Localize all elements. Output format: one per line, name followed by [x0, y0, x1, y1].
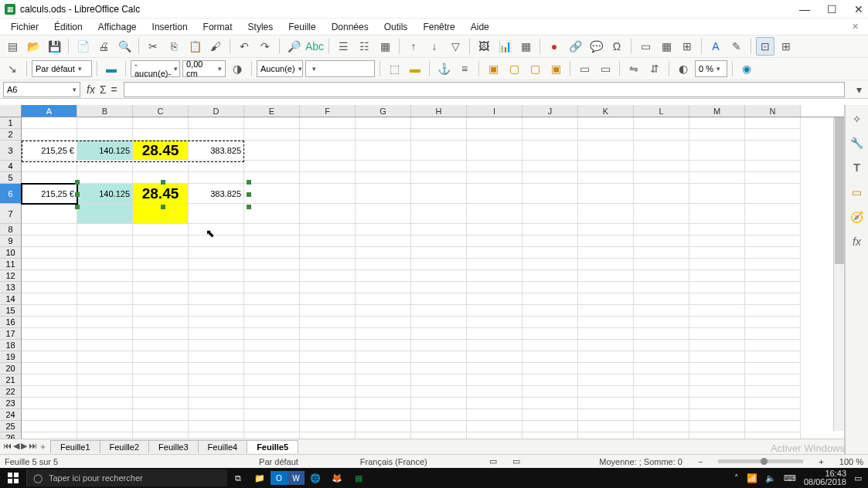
- cell-I3[interactable]: [467, 141, 523, 161]
- cell-M23[interactable]: [689, 398, 745, 409]
- cell-C7[interactable]: [133, 204, 189, 224]
- cell-I17[interactable]: [467, 328, 523, 340]
- cell-A8[interactable]: [22, 224, 77, 236]
- cell-L3[interactable]: [634, 141, 689, 161]
- close-button[interactable]: ✕: [854, 3, 863, 15]
- cell-A16[interactable]: [22, 317, 77, 328]
- cell-H25[interactable]: [411, 421, 467, 432]
- cell-G18[interactable]: [356, 340, 411, 351]
- open-icon[interactable]: 📂: [24, 37, 43, 56]
- cell-F22[interactable]: [300, 386, 356, 398]
- menu-aide[interactable]: Aide: [465, 20, 495, 34]
- cell-E4[interactable]: [244, 161, 300, 172]
- cell-H21[interactable]: [411, 374, 467, 386]
- cell-F15[interactable]: [300, 305, 356, 317]
- flip-h-icon[interactable]: ⇋: [625, 59, 643, 78]
- cell-G14[interactable]: [356, 293, 411, 305]
- cell-C3[interactable]: 28.45: [133, 141, 189, 161]
- cell-B18[interactable]: [77, 340, 133, 351]
- cell-H17[interactable]: [411, 328, 467, 340]
- cell-L2[interactable]: [634, 129, 689, 141]
- minimize-button[interactable]: —: [799, 3, 810, 15]
- taskbar-app-explorer[interactable]: 📁: [249, 468, 271, 488]
- cell-M25[interactable]: [689, 421, 745, 432]
- cell-B10[interactable]: [77, 247, 133, 259]
- cell-M9[interactable]: [689, 236, 745, 247]
- cell-J15[interactable]: [523, 305, 578, 317]
- row-header-12[interactable]: 12: [0, 270, 22, 282]
- cell-I16[interactable]: [467, 317, 523, 328]
- tab-first-icon[interactable]: ⏮: [3, 441, 12, 452]
- cell-D8[interactable]: [189, 224, 244, 236]
- row-header-24[interactable]: 24: [0, 409, 22, 421]
- cell-B16[interactable]: [77, 317, 133, 328]
- cell-E17[interactable]: [244, 328, 300, 340]
- crop-icon[interactable]: ⬚: [385, 59, 403, 78]
- backward-icon[interactable]: ▢: [526, 59, 544, 78]
- cell-C8[interactable]: [133, 224, 189, 236]
- cell-C6[interactable]: 28.45: [133, 184, 189, 204]
- tray-lang-icon[interactable]: ⌨: [784, 473, 796, 483]
- cell-E11[interactable]: [244, 259, 300, 270]
- cell-D7[interactable]: [189, 204, 244, 224]
- cell-G11[interactable]: [356, 259, 411, 270]
- comment-icon[interactable]: 💬: [587, 37, 605, 56]
- formula-input[interactable]: [124, 82, 845, 97]
- cell-F12[interactable]: [300, 270, 356, 282]
- cell-B17[interactable]: [77, 328, 133, 340]
- cell-I10[interactable]: [467, 247, 523, 259]
- cell-F10[interactable]: [300, 247, 356, 259]
- cell-F3[interactable]: [300, 141, 356, 161]
- cell-C12[interactable]: [133, 270, 189, 282]
- cell-F2[interactable]: [300, 129, 356, 141]
- cell-K24[interactable]: [578, 409, 634, 421]
- cell-K19[interactable]: [578, 351, 634, 363]
- cell-K1[interactable]: [578, 117, 634, 129]
- cell-E13[interactable]: [244, 282, 300, 293]
- tray-volume-icon[interactable]: 🔈: [765, 473, 776, 483]
- row-header-16[interactable]: 16: [0, 317, 22, 328]
- cell-I9[interactable]: [467, 236, 523, 247]
- cell-B3[interactable]: 140.125: [77, 141, 133, 161]
- cell-J5[interactable]: [523, 172, 578, 184]
- shadow-icon[interactable]: ▬: [406, 59, 424, 78]
- new-icon[interactable]: ▤: [3, 37, 22, 56]
- column-icon[interactable]: ☷: [355, 37, 373, 56]
- cell-L22[interactable]: [634, 386, 689, 398]
- sheet-tab-feuille2[interactable]: Feuille2: [100, 440, 150, 453]
- cell-I11[interactable]: [467, 259, 523, 270]
- row-header-2[interactable]: 2: [0, 129, 22, 141]
- cell-F16[interactable]: [300, 317, 356, 328]
- cell-J23[interactable]: [523, 398, 578, 409]
- column-header-L[interactable]: L: [634, 105, 689, 117]
- taskbar-app-calc[interactable]: ▦: [348, 468, 369, 488]
- cell-L10[interactable]: [634, 247, 689, 259]
- cell-D22[interactable]: [189, 386, 244, 398]
- cell-D2[interactable]: [189, 129, 244, 141]
- cell-D1[interactable]: [189, 117, 244, 129]
- export-pdf-icon[interactable]: 📄: [73, 37, 92, 56]
- cell-D21[interactable]: [189, 374, 244, 386]
- cell-C23[interactable]: [133, 398, 189, 409]
- row-header-19[interactable]: 19: [0, 351, 22, 363]
- cell-B8[interactable]: [77, 224, 133, 236]
- cell-A22[interactable]: [22, 386, 77, 398]
- cell-A1[interactable]: [22, 117, 77, 129]
- cell-M16[interactable]: [689, 317, 745, 328]
- cell-L8[interactable]: [634, 224, 689, 236]
- cell-A11[interactable]: [22, 259, 77, 270]
- column-header-M[interactable]: M: [689, 105, 745, 117]
- cell-L15[interactable]: [634, 305, 689, 317]
- cell-H18[interactable]: [411, 340, 467, 351]
- sidebar-styles-icon[interactable]: T: [849, 159, 866, 176]
- cell-M1[interactable]: [689, 117, 745, 129]
- anchor-combo[interactable]: Aucun(e)▾: [257, 60, 303, 77]
- cell-I8[interactable]: [467, 224, 523, 236]
- cell-G20[interactable]: [356, 363, 411, 374]
- redo-icon[interactable]: ↷: [256, 37, 274, 56]
- cell-K23[interactable]: [578, 398, 634, 409]
- cell-L12[interactable]: [634, 270, 689, 282]
- select-all-corner[interactable]: [0, 105, 22, 117]
- cell-N5[interactable]: [745, 172, 801, 184]
- status-language[interactable]: Français (France): [360, 457, 427, 466]
